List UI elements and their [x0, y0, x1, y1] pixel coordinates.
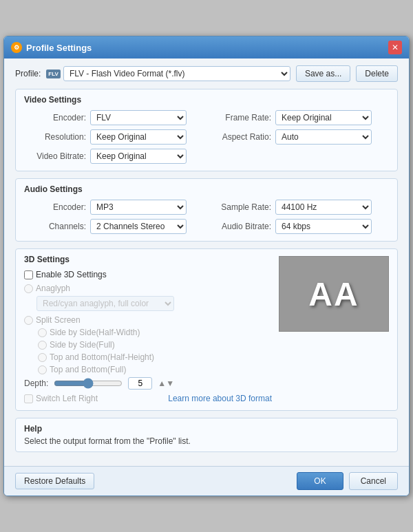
audio-encoder-row: Encoder: MP3 — [24, 200, 204, 215]
profile-select-wrap: FLV FLV - Flash Video Format (*.flv) — [46, 66, 290, 81]
top-bottom-half-label[interactable]: Top and Bottom(Half-Height) — [50, 352, 154, 362]
sample-rate-select[interactable]: 44100 Hz — [275, 200, 372, 215]
side-by-side-full-row: Side by Side(Full) — [38, 340, 272, 350]
top-bottom-full-radio[interactable] — [38, 365, 47, 374]
help-section: Help Select the output format from the "… — [15, 418, 398, 452]
title-bar: ⚙ Profile Settings ✕ — [4, 36, 409, 58]
depth-input[interactable]: 5 — [128, 377, 152, 390]
switch-left-right-checkbox[interactable] — [24, 394, 33, 403]
help-title: Help — [24, 424, 389, 434]
depth-label: Depth: — [24, 379, 48, 388]
depth-slider[interactable] — [54, 378, 123, 389]
split-screen-row: Split Screen — [24, 315, 272, 325]
dialog-body: Profile: FLV FLV - Flash Video Format (*… — [4, 58, 409, 466]
aspect-ratio-label: Aspect Ratio: — [209, 132, 271, 142]
top-bottom-half-row: Top and Bottom(Half-Height) — [38, 352, 272, 362]
aspect-ratio-select[interactable]: Auto — [275, 129, 372, 145]
video-settings-title: Video Settings — [24, 95, 389, 105]
depth-spinner-up[interactable]: ▲▼ — [158, 379, 174, 388]
cancel-button[interactable]: Cancel — [349, 472, 398, 490]
frame-rate-row: Frame Rate: Keep Original — [209, 110, 389, 125]
channels-select[interactable]: 2 Channels Stereo — [90, 219, 187, 234]
3d-content: Enable 3D Settings Anaglyph Red/cyan ana… — [24, 270, 389, 403]
enable-3d-label[interactable]: Enable 3D Settings — [36, 270, 107, 279]
dialog-title: Profile Settings — [26, 43, 92, 53]
sample-rate-label: Sample Rate: — [209, 202, 271, 212]
audio-bitrate-label: Audio Bitrate: — [209, 222, 271, 231]
sample-rate-row: Sample Rate: 44100 Hz — [209, 200, 389, 215]
video-bitrate-label: Video Bitrate: — [24, 151, 86, 161]
switch-left-right-label[interactable]: Switch Left Right — [36, 394, 98, 403]
top-bottom-half-radio[interactable] — [38, 353, 47, 362]
audio-encoder-label: Encoder: — [24, 202, 86, 212]
frame-rate-label: Frame Rate: — [209, 113, 271, 123]
split-screen-label[interactable]: Split Screen — [36, 315, 81, 325]
aspect-ratio-row: Aspect Ratio: Auto — [209, 129, 389, 145]
audio-settings-grid: Encoder: MP3 Sample Rate: 44100 Hz Chann… — [24, 200, 389, 234]
side-by-side-half-radio[interactable] — [38, 328, 47, 337]
audio-bitrate-select[interactable]: 64 kbps — [275, 219, 372, 234]
side-by-side-full-radio[interactable] — [38, 341, 47, 350]
side-by-side-half-row: Side by Side(Half-Width) — [38, 328, 272, 337]
footer: Restore Defaults OK Cancel — [4, 466, 409, 496]
audio-bitrate-row: Audio Bitrate: 64 kbps — [209, 219, 389, 234]
video-settings-grid: Encoder: FLV Frame Rate: Keep Original R… — [24, 110, 389, 164]
preview-aa-text: AA — [308, 275, 359, 313]
resolution-select[interactable]: Keep Original — [90, 129, 187, 145]
restore-defaults-button[interactable]: Restore Defaults — [15, 473, 94, 489]
profile-dropdown[interactable]: FLV - Flash Video Format (*.flv) — [63, 66, 290, 81]
depth-row: Depth: 5 ▲▼ — [24, 377, 272, 390]
anaglyph-row: Anaglyph — [24, 284, 272, 293]
learn-more-link[interactable]: Learn more about 3D format — [168, 394, 272, 403]
side-by-side-half-label[interactable]: Side by Side(Half-Width) — [50, 328, 140, 337]
anaglyph-label[interactable]: Anaglyph — [36, 284, 70, 293]
app-icon: ⚙ — [11, 42, 22, 53]
3d-controls: Enable 3D Settings Anaglyph Red/cyan ana… — [24, 270, 272, 403]
video-bitrate-row: Video Bitrate: Keep Original — [24, 149, 204, 164]
resolution-row: Resolution: Keep Original — [24, 129, 204, 145]
audio-encoder-select[interactable]: MP3 — [90, 200, 187, 215]
title-bar-left: ⚙ Profile Settings — [11, 42, 92, 53]
profile-row: Profile: FLV FLV - Flash Video Format (*… — [15, 65, 398, 82]
side-by-side-full-label[interactable]: Side by Side(Full) — [50, 340, 115, 350]
channels-label: Channels: — [24, 222, 86, 231]
help-text: Select the output format from the "Profi… — [24, 436, 389, 446]
enable-3d-row: Enable 3D Settings — [24, 270, 272, 279]
anaglyph-select-wrap: Red/cyan anaglyph, full color — [36, 296, 272, 311]
resolution-label: Resolution: — [24, 132, 86, 142]
channels-row: Channels: 2 Channels Stereo — [24, 219, 204, 234]
encoder-select[interactable]: FLV — [90, 110, 187, 125]
profile-label: Profile: — [15, 69, 41, 78]
frame-rate-select[interactable]: Keep Original — [275, 110, 372, 125]
delete-button[interactable]: Delete — [356, 65, 398, 82]
ok-button[interactable]: OK — [297, 472, 343, 490]
top-bottom-full-row: Top and Bottom(Full) — [38, 365, 272, 374]
switch-left-right-wrap: Switch Left Right — [24, 394, 98, 403]
video-settings-section: Video Settings Encoder: FLV Frame Rate: … — [15, 89, 398, 171]
enable-3d-checkbox[interactable] — [24, 270, 33, 279]
split-screen-radio[interactable] — [24, 316, 33, 325]
audio-settings-section: Audio Settings Encoder: MP3 Sample Rate:… — [15, 178, 398, 242]
split-screen-options: Side by Side(Half-Width) Side by Side(Fu… — [38, 328, 272, 374]
top-bottom-full-label[interactable]: Top and Bottom(Full) — [50, 365, 126, 374]
close-button[interactable]: ✕ — [388, 41, 402, 54]
footer-right: OK Cancel — [297, 472, 398, 490]
flv-icon: FLV — [46, 70, 61, 78]
encoder-row: Encoder: FLV — [24, 110, 204, 125]
3d-preview-box: AA — [279, 256, 389, 332]
anaglyph-radio[interactable] — [24, 284, 33, 293]
audio-settings-title: Audio Settings — [24, 184, 389, 194]
save-as-button[interactable]: Save as... — [296, 65, 350, 82]
video-bitrate-select[interactable]: Keep Original — [90, 149, 187, 164]
switch-row: Switch Left Right Learn more about 3D fo… — [24, 394, 272, 403]
encoder-label: Encoder: — [24, 113, 86, 123]
dialog-window: ⚙ Profile Settings ✕ Profile: FLV FLV - … — [3, 36, 410, 496]
anaglyph-select[interactable]: Red/cyan anaglyph, full color — [36, 296, 174, 311]
3d-settings-section: 3D Settings Enable 3D Settings Anaglyph — [15, 248, 398, 411]
